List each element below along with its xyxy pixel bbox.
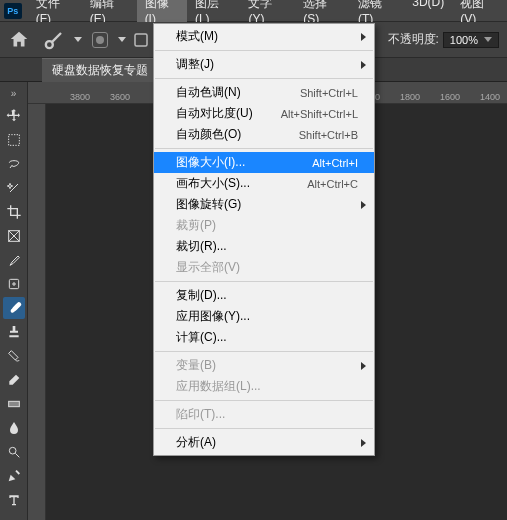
menu-item-label: 应用数据组(L)... <box>176 378 358 395</box>
menu-item-裁剪P: 裁剪(P) <box>154 215 374 236</box>
submenu-arrow-icon <box>361 362 366 370</box>
menu-item-label: 自动色调(N) <box>176 84 300 101</box>
menubar: Ps 文件(F)编辑(E)图像(I)图层(L)文字(Y)选择(S)滤镜(T)3D… <box>0 0 507 22</box>
history-brush-tool[interactable] <box>3 345 25 367</box>
svg-rect-1 <box>135 34 147 46</box>
blur-tool[interactable] <box>3 417 25 439</box>
menu-item-自动色调N[interactable]: 自动色调(N)Shift+Ctrl+L <box>154 82 374 103</box>
menu-separator <box>155 148 373 149</box>
menu-item-裁切R[interactable]: 裁切(R)... <box>154 236 374 257</box>
menu-item-label: 裁切(R)... <box>176 238 358 255</box>
frame-tool[interactable] <box>3 225 25 247</box>
svg-rect-5 <box>8 401 19 406</box>
menu-item-label: 应用图像(Y)... <box>176 308 358 325</box>
ruler-tick: 1600 <box>440 92 460 102</box>
ruler-vertical <box>28 104 46 520</box>
stamp-tool[interactable] <box>3 321 25 343</box>
menu-item-label: 计算(C)... <box>176 329 358 346</box>
lasso-tool[interactable] <box>3 153 25 175</box>
menu-separator <box>155 351 373 352</box>
ruler-tick: 3600 <box>110 92 130 102</box>
menu-item-shortcut: Shift+Ctrl+L <box>300 87 358 99</box>
menu-item-label: 裁剪(P) <box>176 217 358 234</box>
healing-tool[interactable] <box>3 273 25 295</box>
menu-item-计算C[interactable]: 计算(C)... <box>154 327 374 348</box>
menu-item-label: 分析(A) <box>176 434 358 451</box>
menu-item-shortcut: Alt+Shift+Ctrl+L <box>281 108 358 120</box>
menu-item-shortcut: Alt+Ctrl+C <box>307 178 358 190</box>
menu-item-调整J[interactable]: 调整(J) <box>154 54 374 75</box>
menu-item-画布大小S[interactable]: 画布大小(S)...Alt+Ctrl+C <box>154 173 374 194</box>
blend-mode-dropdown-icon[interactable] <box>118 37 126 42</box>
brush-tool[interactable] <box>3 297 25 319</box>
ruler-tick: 1800 <box>400 92 420 102</box>
menu-item-图像旋转G[interactable]: 图像旋转(G) <box>154 194 374 215</box>
ruler-tick: 3800 <box>70 92 90 102</box>
menu-item-shortcut: Shift+Ctrl+B <box>299 129 358 141</box>
menu-item-变量B: 变量(B) <box>154 355 374 376</box>
document-tab[interactable]: 硬盘数据恢复专题 <box>42 58 158 82</box>
menu-item-label: 画布大小(S)... <box>176 175 307 192</box>
dodge-tool[interactable] <box>3 441 25 463</box>
menu-item-shortcut: Alt+Ctrl+I <box>312 157 358 169</box>
submenu-arrow-icon <box>361 61 366 69</box>
submenu-arrow-icon <box>361 33 366 41</box>
gradient-tool[interactable] <box>3 393 25 415</box>
menu-separator <box>155 400 373 401</box>
menu-separator <box>155 50 373 51</box>
opacity-value-input[interactable]: 100% <box>443 32 499 48</box>
brush-preset-icon[interactable] <box>40 29 68 51</box>
eyedropper-tool[interactable] <box>3 249 25 271</box>
menu-item-应用数据组L: 应用数据组(L)... <box>154 376 374 397</box>
opacity-label: 不透明度: <box>388 31 439 48</box>
brush-settings-icon[interactable] <box>132 31 150 49</box>
blend-mode-swatch[interactable] <box>92 32 108 48</box>
menu-item-自动颜色O[interactable]: 自动颜色(O)Shift+Ctrl+B <box>154 124 374 145</box>
menu-item-应用图像Y[interactable]: 应用图像(Y)... <box>154 306 374 327</box>
menu-item-label: 调整(J) <box>176 56 358 73</box>
pen-tool[interactable] <box>3 465 25 487</box>
app-logo: Ps <box>4 3 22 19</box>
submenu-arrow-icon <box>361 201 366 209</box>
menu-item-label: 图像旋转(G) <box>176 196 358 213</box>
menu-item-陷印T: 陷印(T)... <box>154 404 374 425</box>
opacity-dropdown-icon[interactable] <box>484 37 492 42</box>
menu-item-label: 变量(B) <box>176 357 358 374</box>
crop-tool[interactable] <box>3 201 25 223</box>
wand-tool[interactable] <box>3 177 25 199</box>
move-tool[interactable] <box>3 105 25 127</box>
menu-item-label: 自动颜色(O) <box>176 126 299 143</box>
menu-item-分析A[interactable]: 分析(A) <box>154 432 374 453</box>
menu-item-label: 模式(M) <box>176 28 358 45</box>
menu-separator <box>155 281 373 282</box>
menu-item-label: 图像大小(I)... <box>176 154 312 171</box>
svg-point-6 <box>9 447 16 454</box>
svg-rect-2 <box>8 135 19 146</box>
brush-dropdown-icon[interactable] <box>74 37 82 42</box>
image-menu-dropdown: 模式(M)调整(J)自动色调(N)Shift+Ctrl+L自动对比度(U)Alt… <box>153 23 375 456</box>
menu-item-label: 显示全部(V) <box>176 259 358 276</box>
menu-separator <box>155 78 373 79</box>
eraser-tool[interactable] <box>3 369 25 391</box>
type-tool[interactable] <box>3 489 25 511</box>
menu-item-模式M[interactable]: 模式(M) <box>154 26 374 47</box>
menu-item-复制D[interactable]: 复制(D)... <box>154 285 374 306</box>
ruler-tick: 1400 <box>480 92 500 102</box>
menu-item-自动对比度U[interactable]: 自动对比度(U)Alt+Shift+Ctrl+L <box>154 103 374 124</box>
marquee-tool[interactable] <box>3 129 25 151</box>
menu-item-显示全部V: 显示全部(V) <box>154 257 374 278</box>
menu-item-label: 复制(D)... <box>176 287 358 304</box>
panel-collapse-icon[interactable]: » <box>11 88 17 99</box>
menu-item-图像大小I[interactable]: 图像大小(I)...Alt+Ctrl+I <box>154 152 374 173</box>
tool-panel: » <box>0 82 28 520</box>
home-icon[interactable] <box>8 29 30 51</box>
menu-separator <box>155 428 373 429</box>
menu-item-label: 自动对比度(U) <box>176 105 281 122</box>
menu-item-label: 陷印(T)... <box>176 406 358 423</box>
submenu-arrow-icon <box>361 439 366 447</box>
